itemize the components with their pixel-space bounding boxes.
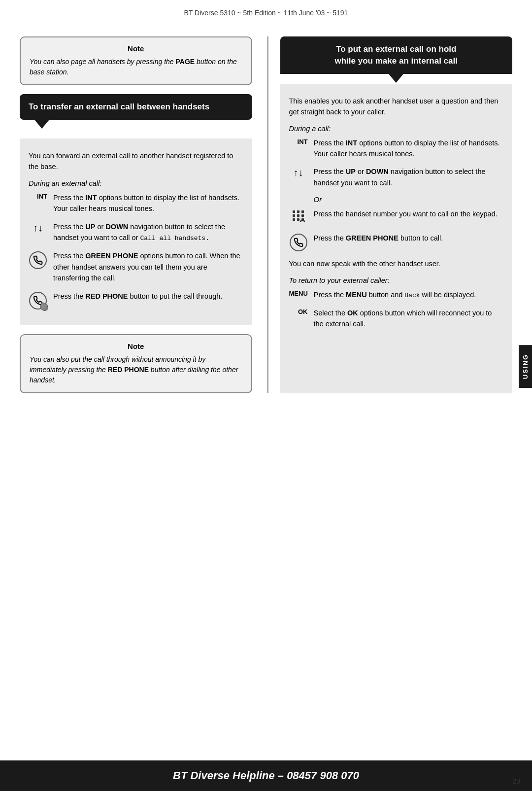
left-step-arrows: ↑↓ Press the UP or DOWN navigation butto… bbox=[29, 221, 243, 244]
right-step-menu: MENU Press the MENU button and Back will… bbox=[289, 289, 504, 301]
svg-rect-6 bbox=[293, 218, 295, 221]
right-step-int-key: INT bbox=[289, 138, 308, 145]
right-step-keypad: Press the handset number you want to cal… bbox=[289, 208, 504, 226]
right-arrows-icon-wrap: ↑↓ bbox=[289, 166, 308, 178]
right-return-label: To return to your external caller: bbox=[289, 276, 504, 284]
right-step-arrows: ↑↓ Press the UP or DOWN navigation butto… bbox=[289, 166, 504, 188]
right-section-header: To put an external call on hold while yo… bbox=[280, 36, 513, 74]
right-header-line1: To put an external call on hold bbox=[336, 44, 456, 54]
svg-rect-5 bbox=[301, 214, 304, 217]
note-box-1: Note You can also page all handsets by p… bbox=[20, 36, 252, 85]
svg-rect-3 bbox=[293, 214, 295, 217]
right-step-green-phone: Press the GREEN PHONE button to call. bbox=[289, 233, 504, 251]
page-header: BT Diverse 5310 ~ 5th Edition ~ 11th Jun… bbox=[0, 0, 532, 22]
left-step-int-key: INT bbox=[29, 192, 47, 200]
left-step-int: INT Press the INT options button to disp… bbox=[29, 192, 243, 214]
right-header-line2: while you make an internal call bbox=[335, 56, 458, 66]
svg-rect-7 bbox=[297, 218, 299, 221]
right-step-int: INT Press the INT options button to disp… bbox=[289, 138, 504, 160]
right-step-keypad-text: Press the handset number you want to cal… bbox=[314, 208, 504, 219]
page-number: 23 bbox=[512, 777, 520, 785]
note1-body: You can also page all handsets by pressi… bbox=[30, 57, 242, 77]
left-instructions: You can forward an external call to anot… bbox=[20, 138, 252, 325]
svg-rect-2 bbox=[301, 210, 304, 213]
left-step-arrows-text: Press the UP or DOWN navigation button t… bbox=[53, 221, 243, 244]
right-step-menu-text: Press the MENU button and Back will be d… bbox=[314, 289, 503, 301]
left-step-green-phone: Press the GREEN PHONE options button to … bbox=[29, 250, 243, 283]
transfer-during: During an external call: bbox=[29, 179, 243, 187]
left-step-green-phone-text: Press the GREEN PHONE options button to … bbox=[53, 250, 243, 283]
right-step-arrows-text: Press the UP or DOWN navigation button t… bbox=[314, 166, 504, 188]
right-step-green-phone-text: Press the GREEN PHONE button to call. bbox=[314, 233, 504, 243]
page-footer: BT Diverse Helpline – 08457 908 070 bbox=[0, 760, 532, 791]
green-phone-icon bbox=[29, 251, 47, 269]
note2-bold: RED PHONE bbox=[108, 366, 149, 374]
note1-title: Note bbox=[30, 44, 242, 53]
right-instructions-wrapper: This enables you to ask another handset … bbox=[280, 84, 513, 393]
note2-title: Note bbox=[30, 342, 242, 350]
left-arrows-icon: ↑↓ bbox=[29, 221, 47, 234]
using-tab: USING bbox=[519, 345, 532, 388]
transfer-intro: You can forward an external call to anot… bbox=[29, 150, 243, 172]
note-box-2: Note You can also put the call through w… bbox=[20, 334, 252, 393]
left-column: Note You can also page all handsets by p… bbox=[20, 36, 252, 393]
right-column: To put an external call on hold while yo… bbox=[267, 36, 513, 393]
header-title: BT Diverse 5310 ~ 5th Edition ~ 11th Jun… bbox=[184, 9, 348, 17]
right-return-label-text: To return to your external caller: bbox=[289, 276, 390, 284]
right-step-ok-text: Select the OK options button which will … bbox=[314, 308, 504, 330]
left-step-red-phone: ○ Press the RED PHONE button to put the … bbox=[29, 291, 243, 310]
right-green-phone-icon-wrap bbox=[289, 233, 308, 251]
note1-bold: PAGE bbox=[176, 58, 195, 66]
left-step-red-phone-text: Press the RED PHONE button to put the ca… bbox=[53, 291, 243, 302]
left-green-phone-icon-wrap bbox=[29, 250, 47, 269]
svg-rect-1 bbox=[297, 210, 299, 213]
keypad-icon bbox=[292, 209, 305, 226]
up-down-arrows-icon: ↑↓ bbox=[33, 222, 43, 234]
red-phone-icon: ○ bbox=[29, 292, 47, 310]
right-step-ok-key: OK bbox=[289, 308, 308, 315]
right-step-int-text: Press the INT options button to display … bbox=[314, 138, 504, 160]
right-speak-text: You can now speak with the other handset… bbox=[289, 258, 504, 269]
right-during-label: During a call: bbox=[289, 125, 504, 133]
main-content: Note You can also page all handsets by p… bbox=[0, 22, 532, 433]
note2-body: You can also put the call through withou… bbox=[30, 354, 242, 385]
right-step-ok: OK Select the OK options button which wi… bbox=[289, 308, 504, 330]
right-green-phone-icon bbox=[290, 234, 307, 251]
helpline-text: BT Diverse Helpline – 08457 908 070 bbox=[173, 769, 359, 782]
transfer-header: To transfer an external call between han… bbox=[20, 94, 252, 120]
right-keypad-icon-wrap bbox=[289, 208, 308, 226]
svg-rect-0 bbox=[293, 210, 295, 213]
red-phone-sub-icon: ○ bbox=[41, 304, 48, 311]
or-label: Or bbox=[314, 195, 504, 204]
right-intro: This enables you to ask another handset … bbox=[289, 96, 504, 118]
right-step-menu-key: MENU bbox=[289, 289, 308, 297]
right-up-down-arrows-icon: ↑↓ bbox=[294, 167, 303, 178]
left-red-phone-icon-wrap: ○ bbox=[29, 291, 47, 310]
note1-body-prefix: You can also page all handsets by pressi… bbox=[30, 58, 176, 66]
left-step-int-text: Press the INT options button to display … bbox=[53, 192, 243, 214]
svg-rect-4 bbox=[297, 214, 299, 217]
